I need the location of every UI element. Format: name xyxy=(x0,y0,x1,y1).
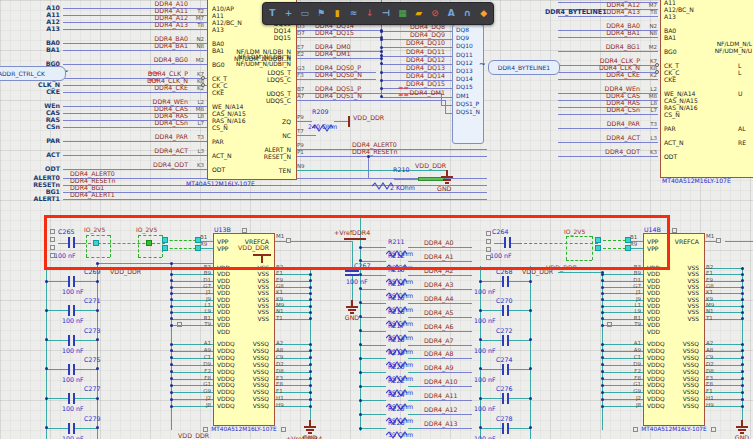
net-wire[interactable] xyxy=(558,142,658,143)
C268-symbol[interactable] xyxy=(507,276,509,287)
net-label[interactable]: DDR4_A5 xyxy=(424,309,472,316)
C272-symbol[interactable] xyxy=(507,335,509,346)
ten-wire[interactable] xyxy=(295,170,447,171)
net-wire[interactable] xyxy=(295,37,381,38)
wire[interactable] xyxy=(360,289,386,290)
place-pad-icon[interactable]: ▮ xyxy=(330,6,344,22)
measure-icon[interactable]: ⊣ xyxy=(379,6,393,22)
wire[interactable] xyxy=(480,281,502,282)
net-wire[interactable] xyxy=(63,50,207,51)
wire[interactable] xyxy=(295,121,312,122)
C270-symbol[interactable] xyxy=(502,305,504,316)
net-label[interactable]: DDR4_A4 xyxy=(424,295,472,302)
net-label[interactable]: DDR4_DM1 xyxy=(315,50,385,57)
wire[interactable] xyxy=(509,369,530,370)
C276-symbol[interactable] xyxy=(502,393,504,404)
net-label[interactable]: DDR4_DQ15 xyxy=(315,29,385,36)
port-PAR[interactable]: PAR xyxy=(2,137,60,144)
net-label[interactable]: DDR4_DQ9 xyxy=(383,31,445,38)
R214-ref[interactable]: R214 xyxy=(388,280,416,287)
R219-ref[interactable]: R219 xyxy=(388,349,416,356)
C274-ref[interactable]: C274 xyxy=(496,356,524,363)
wire[interactable] xyxy=(46,428,68,429)
net-wire[interactable] xyxy=(63,64,207,65)
port-ODT[interactable]: ODT xyxy=(2,165,60,172)
R215-ref[interactable]: R215 xyxy=(388,294,416,301)
wire[interactable] xyxy=(360,358,386,359)
port-BA1[interactable]: BA1 xyxy=(2,46,60,53)
wire[interactable] xyxy=(368,156,369,179)
wire[interactable] xyxy=(480,369,502,370)
C274-symbol[interactable] xyxy=(502,364,504,375)
C274-symbol[interactable] xyxy=(507,364,509,375)
wire[interactable] xyxy=(408,372,420,373)
harness-entry-DQ15[interactable]: DQ15 xyxy=(456,84,484,91)
draw-arc-icon[interactable]: ∩ xyxy=(460,6,474,22)
C276-ref[interactable]: C276 xyxy=(496,385,524,392)
net-label[interactable]: DDR4_A8 xyxy=(424,350,472,357)
net-wire[interactable] xyxy=(420,303,472,304)
C272-ref[interactable]: C272 xyxy=(496,327,524,334)
R216-ref[interactable]: R216 xyxy=(388,308,416,315)
place-sheet-icon[interactable]: ▰ xyxy=(412,6,426,22)
net-wire[interactable] xyxy=(420,428,472,429)
wire[interactable] xyxy=(408,317,420,318)
net-label[interactable]: DDR4_A10 xyxy=(424,378,472,385)
cap-rail[interactable] xyxy=(97,263,98,439)
C278-symbol[interactable] xyxy=(502,423,504,434)
cap-rail[interactable] xyxy=(46,263,47,439)
C272-symbol[interactable] xyxy=(502,335,504,346)
C271-ref[interactable]: C271 xyxy=(84,297,112,304)
cap-rail[interactable] xyxy=(530,266,531,439)
net-wire[interactable] xyxy=(63,127,207,128)
power-port-vdd-ddr[interactable]: VDD_DDR xyxy=(353,114,397,121)
wire[interactable] xyxy=(408,331,420,332)
C278-symbol[interactable] xyxy=(507,423,509,434)
wire[interactable] xyxy=(360,317,386,318)
C271-symbol[interactable] xyxy=(73,305,75,316)
net-wire[interactable] xyxy=(63,29,207,30)
net-wire[interactable] xyxy=(558,156,658,157)
C275-ref[interactable]: C275 xyxy=(84,356,112,363)
wire[interactable] xyxy=(480,428,502,429)
harness-entry-DQ8[interactable]: DQ8 xyxy=(456,27,484,34)
net-wire[interactable] xyxy=(420,372,472,373)
port-CKE[interactable]: CKE xyxy=(2,88,60,95)
net-wire[interactable] xyxy=(420,386,472,387)
wire[interactable] xyxy=(408,303,420,304)
net-label[interactable]: DDR4_DQ13 xyxy=(383,64,445,71)
wire[interactable] xyxy=(725,241,753,242)
wire[interactable] xyxy=(360,331,386,332)
harness-label-addr-ctrl-ck[interactable]: 4_ADDR_CTRL_CK xyxy=(0,66,66,81)
C271-symbol[interactable] xyxy=(68,305,70,316)
R217-ref[interactable]: R217 xyxy=(388,322,416,329)
wire[interactable] xyxy=(480,340,502,341)
net-label[interactable]: DDR4_DQS0_N xyxy=(315,71,385,78)
net-wire[interactable] xyxy=(558,114,658,115)
wire[interactable] xyxy=(295,100,445,101)
net-label[interactable]: DDR4_DQ14 xyxy=(383,72,445,79)
wire[interactable] xyxy=(360,345,386,346)
wire[interactable] xyxy=(75,398,97,399)
wire[interactable] xyxy=(75,340,97,341)
wire[interactable] xyxy=(75,310,97,311)
harness-entry-DM1[interactable]: DM1 xyxy=(456,93,484,100)
place-wire-icon[interactable]: ≈ xyxy=(347,6,361,22)
port-CSn[interactable]: CSn xyxy=(2,123,60,130)
C279-symbol[interactable] xyxy=(68,423,70,434)
C277-ref[interactable]: C277 xyxy=(84,385,112,392)
wire[interactable] xyxy=(408,275,420,276)
net-wire[interactable] xyxy=(420,345,472,346)
R220-ref[interactable]: R220 xyxy=(388,363,416,370)
C273-ref[interactable]: C273 xyxy=(84,327,112,334)
C270-symbol[interactable] xyxy=(507,305,509,316)
C279-ref[interactable]: C279 xyxy=(84,415,112,422)
place-power-port-icon[interactable]: ↓ xyxy=(363,6,377,22)
wire[interactable] xyxy=(75,369,97,370)
wire[interactable] xyxy=(509,428,530,429)
net-wire[interactable] xyxy=(420,317,472,318)
net-wire[interactable] xyxy=(295,156,487,157)
r209-ref[interactable]: R209 xyxy=(312,108,342,115)
wire[interactable] xyxy=(360,372,386,373)
wire[interactable] xyxy=(408,358,420,359)
